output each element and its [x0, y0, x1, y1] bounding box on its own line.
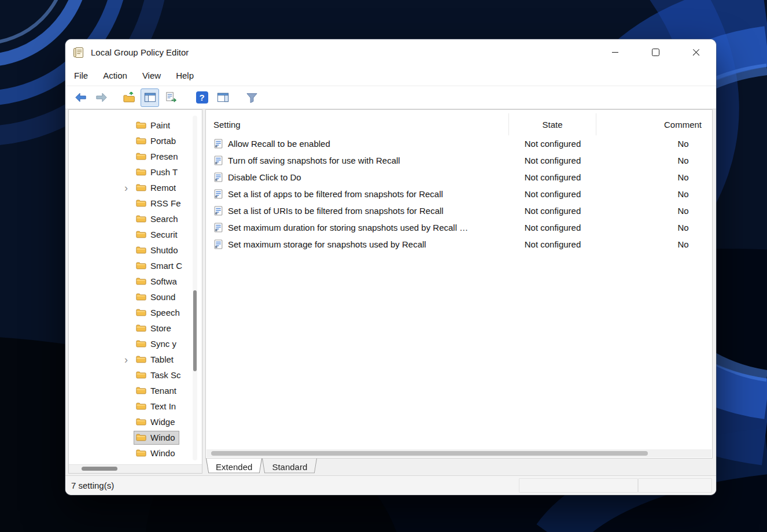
back-icon — [74, 91, 87, 104]
tree-vertical-scrollbar-track[interactable] — [193, 116, 197, 460]
tree-item[interactable]: Speech — [69, 305, 202, 320]
menu-item[interactable]: Action — [95, 65, 135, 86]
policy-setting-icon — [213, 206, 223, 216]
folder-icon — [136, 449, 146, 457]
forward-button[interactable] — [92, 88, 110, 107]
policy-comment: No — [596, 139, 713, 149]
tree-item[interactable]: Windo — [69, 430, 202, 445]
column-header-state[interactable]: State — [509, 113, 596, 135]
close-button[interactable] — [676, 39, 716, 65]
column-header-comment[interactable]: Comment — [596, 113, 713, 135]
settings-list: Setting State Comment Allow Recall to be… — [205, 109, 713, 459]
policy-state: Not configured — [509, 223, 596, 232]
folder-icon — [136, 215, 146, 223]
policy-row[interactable]: Disable Click to Do Not configured No — [206, 169, 712, 186]
folder-icon — [136, 308, 146, 317]
chevron-right-icon[interactable] — [124, 183, 134, 193]
policy-row[interactable]: Turn off saving snapshots for use with R… — [206, 152, 712, 169]
tree-item[interactable]: Windo — [69, 445, 202, 461]
status-pane — [519, 478, 638, 493]
tree-item-label: RSS Fe — [150, 198, 181, 208]
titlebar[interactable]: Local Group Policy Editor — [65, 39, 716, 65]
tree-item[interactable]: Search — [69, 211, 202, 227]
tree-item[interactable]: Sync y — [69, 336, 202, 352]
tree-vertical-scrollbar-thumb[interactable] — [193, 290, 197, 371]
tree-item[interactable]: Presen — [69, 149, 202, 164]
tree-item-label: Softwa — [150, 276, 177, 286]
menu-item[interactable]: Help — [168, 65, 201, 86]
maximize-button[interactable] — [635, 39, 676, 65]
tree-item[interactable]: RSS Fe — [69, 195, 202, 211]
list-horizontal-scrollbar-thumb[interactable] — [211, 451, 648, 456]
policy-row[interactable]: Set a list of apps to be filtered from s… — [206, 186, 712, 202]
policy-setting-icon — [213, 156, 223, 165]
tree-item[interactable]: Tenant — [69, 383, 202, 398]
folder-icon — [136, 402, 146, 411]
chevron-right-icon[interactable] — [124, 354, 134, 365]
tree-item[interactable]: Text In — [69, 398, 202, 414]
policy-state: Not configured — [509, 172, 596, 182]
menu-item-label: File — [74, 71, 88, 80]
tree-item[interactable]: Sound — [69, 289, 202, 305]
policy-row[interactable]: Set a list of URIs to be filtered from s… — [206, 202, 712, 219]
show-console-tree-button[interactable] — [141, 88, 159, 107]
policy-row[interactable]: Set maximum storage for snapshots used b… — [206, 236, 712, 253]
tree-item[interactable]: Softwa — [69, 274, 202, 289]
tree-item-label: Windo — [150, 448, 175, 458]
tree-item[interactable]: Securit — [69, 227, 202, 242]
tree-item-label: Portab — [150, 136, 176, 146]
tree-item-label: Shutdo — [150, 245, 178, 255]
tree-item[interactable]: Widge — [69, 414, 202, 430]
folder-icon — [136, 293, 146, 301]
menu-item-label: Help — [176, 71, 194, 80]
folder-icon — [136, 246, 146, 254]
tree-item[interactable]: Task Sc — [69, 367, 202, 383]
folder-icon — [136, 168, 146, 176]
policy-setting-icon — [213, 139, 223, 149]
folder-icon — [136, 199, 146, 208]
tree-horizontal-scrollbar-thumb[interactable] — [82, 467, 117, 471]
policy-comment: No — [596, 223, 713, 232]
tab[interactable]: Standard — [262, 459, 317, 475]
tree-item[interactable]: Smart C — [69, 258, 202, 274]
tree-item-label: Speech — [150, 308, 180, 317]
menu-item[interactable]: View — [135, 65, 168, 86]
tree-item[interactable]: Push T — [69, 164, 202, 180]
status-pane — [638, 478, 712, 493]
policy-setting-name: Disable Click to Do — [228, 172, 301, 182]
tree-item[interactable]: Remot — [69, 180, 202, 195]
policy-state: Not configured — [509, 156, 596, 165]
filter-button[interactable] — [242, 88, 261, 107]
policy-state: Not configured — [509, 139, 596, 149]
tree-item[interactable]: Tablet — [69, 352, 202, 367]
tree-item-label: Smart C — [150, 261, 182, 271]
policy-comment: No — [596, 189, 713, 199]
help-icon — [196, 91, 208, 104]
help-button[interactable] — [193, 88, 211, 107]
policy-row[interactable]: Allow Recall to be enabled Not configure… — [206, 135, 712, 152]
tab[interactable]: Extended — [206, 459, 262, 475]
tree-horizontal-scrollbar[interactable] — [69, 464, 202, 473]
tree-item[interactable]: Paint — [69, 117, 202, 133]
policy-setting-icon — [213, 239, 223, 249]
list-horizontal-scrollbar[interactable] — [207, 449, 711, 457]
policy-row[interactable]: Set maximum duration for storing snapsho… — [206, 219, 712, 236]
tree-item[interactable]: Shutdo — [69, 242, 202, 258]
column-header-setting[interactable]: Setting — [206, 113, 509, 135]
back-button[interactable] — [71, 88, 90, 107]
up-one-level-icon — [123, 91, 136, 104]
export-list-button[interactable] — [161, 88, 180, 107]
menu-item[interactable]: File — [67, 65, 95, 86]
tree-item[interactable]: Store — [69, 320, 202, 336]
show-console-tree-icon — [143, 91, 157, 104]
policy-setting-name: Set a list of apps to be filtered from s… — [228, 189, 443, 199]
folder-icon — [136, 152, 146, 161]
minimize-button[interactable] — [595, 39, 635, 65]
policy-setting-name: Set maximum storage for snapshots used b… — [228, 239, 426, 249]
show-action-pane-button[interactable] — [213, 88, 232, 107]
tree-item[interactable]: Portab — [69, 133, 202, 149]
folder-icon — [136, 418, 146, 426]
policy-state: Not configured — [509, 206, 596, 216]
up-one-level-button[interactable] — [120, 88, 138, 107]
policy-setting-icon — [213, 172, 223, 182]
